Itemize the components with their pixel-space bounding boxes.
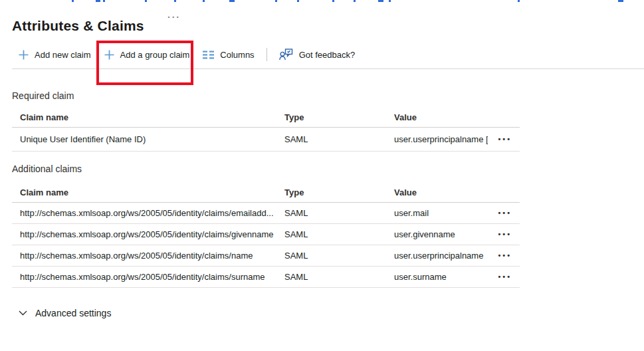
plus-icon <box>19 50 29 60</box>
advanced-settings-toggle[interactable]: Advanced settings <box>19 306 111 320</box>
row-menu-button[interactable]: ••• <box>488 273 512 281</box>
add-a-group-claim-button[interactable]: Add a group claim <box>98 41 197 68</box>
chevron-down-icon <box>19 310 27 316</box>
table-row[interactable]: http://schemas.xmlsoap.org/ws/2005/05/id… <box>12 267 520 288</box>
page-title: Attributes & Claims <box>12 18 144 34</box>
value-cell: user.mail <box>394 208 488 218</box>
more-menu-icon[interactable]: ··· <box>167 12 181 23</box>
command-bar: Add new claim Add a group claim Columns <box>12 41 644 68</box>
type-cell: SAML <box>284 272 394 282</box>
claim-name-cell: http://schemas.xmlsoap.org/ws/2005/05/id… <box>20 272 284 282</box>
columns-button[interactable]: Columns <box>196 41 261 68</box>
feedback-icon <box>279 49 293 60</box>
value-cell: user.userprincipalname <box>394 251 488 261</box>
value-cell: user.userprincipalname [... <box>394 134 488 144</box>
required-claim-heading: Required claim <box>12 90 74 101</box>
type-cell: SAML <box>284 134 394 144</box>
required-claim-table: Claim name Type Value Unique User Identi… <box>12 108 520 152</box>
column-header-claim-name: Claim name <box>20 187 284 197</box>
column-header-claim-name: Claim name <box>20 112 284 122</box>
claim-name-cell: http://schemas.xmlsoap.org/ws/2005/05/id… <box>20 251 284 261</box>
toolbar-separator <box>267 48 267 61</box>
columns-icon <box>203 51 214 59</box>
value-cell: user.givenname <box>394 229 488 239</box>
claim-name-cell: Unique User Identifier (Name ID) <box>20 134 284 144</box>
additional-claims-table: Claim name Type Value http://schemas.xml… <box>12 183 520 288</box>
table-header-row: Claim name Type Value <box>12 108 520 128</box>
add-a-group-claim-label: Add a group claim <box>120 50 190 60</box>
column-header-type: Type <box>284 187 394 197</box>
claim-name-cell: http://schemas.xmlsoap.org/ws/2005/05/id… <box>20 208 284 218</box>
table-row[interactable]: http://schemas.xmlsoap.org/ws/2005/05/id… <box>12 245 520 267</box>
advanced-settings-label: Advanced settings <box>35 308 111 318</box>
row-menu-button[interactable]: ••• <box>488 231 512 238</box>
row-menu-button[interactable]: ••• <box>488 209 512 217</box>
add-new-claim-label: Add new claim <box>35 50 91 60</box>
plus-icon <box>104 50 114 60</box>
row-menu-button[interactable]: ••• <box>488 136 512 143</box>
columns-label: Columns <box>220 50 254 60</box>
type-cell: SAML <box>284 251 394 261</box>
table-row[interactable]: http://schemas.xmlsoap.org/ws/2005/05/id… <box>12 224 520 245</box>
toolbar-divider <box>12 68 644 69</box>
column-header-type: Type <box>284 112 394 122</box>
row-menu-button[interactable]: ••• <box>488 252 512 259</box>
table-row[interactable]: http://schemas.xmlsoap.org/ws/2005/05/id… <box>12 203 520 224</box>
column-header-value: Value <box>394 112 488 122</box>
got-feedback-label: Got feedback? <box>299 50 356 60</box>
table-row[interactable]: Unique User Identifier (Name ID) SAML us… <box>12 128 520 152</box>
got-feedback-button[interactable]: Got feedback? <box>272 41 362 68</box>
add-new-claim-button[interactable]: Add new claim <box>12 41 98 68</box>
type-cell: SAML <box>284 208 394 218</box>
table-header-row: Claim name Type Value <box>12 183 520 203</box>
column-header-value: Value <box>394 187 488 197</box>
type-cell: SAML <box>284 229 394 239</box>
additional-claims-heading: Additional claims <box>12 164 82 174</box>
claim-name-cell: http://schemas.xmlsoap.org/ws/2005/05/id… <box>20 229 284 239</box>
value-cell: user.surname <box>394 272 488 282</box>
